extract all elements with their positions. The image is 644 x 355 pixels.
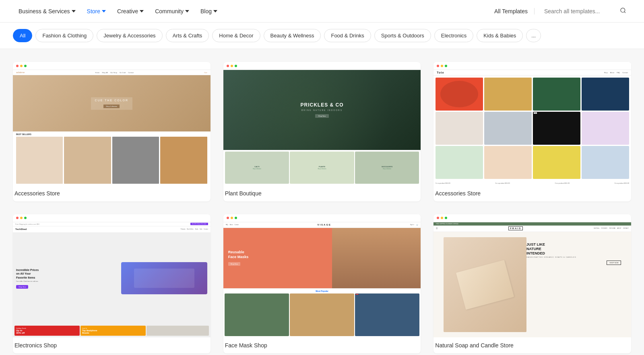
chevron-down-icon [213, 9, 217, 13]
filter-arts[interactable]: Arts & Crafts [166, 29, 209, 42]
top-navigation: Business & Services Store Creative Commu… [0, 0, 644, 23]
nav-item-blog[interactable]: Blog [195, 0, 223, 23]
template-thumbnail-1: adalene Home Shop All Our Story Go Craft… [13, 62, 211, 185]
filter-electronics[interactable]: Electronics [434, 29, 474, 42]
nav-items: Business & Services Store Creative Commu… [13, 0, 494, 23]
template-thumbnail-3: Tote Shop About FAQ Contact [433, 62, 631, 185]
svg-line-1 [624, 12, 625, 13]
template-card-accessories-store-1[interactable]: adalene Home Shop All Our Story Go Craft… [13, 62, 211, 201]
nav-label-creative: Creative [117, 8, 138, 14]
nav-item-store[interactable]: Store [81, 0, 111, 23]
nav-right: All Templates [494, 7, 631, 15]
template-thumbnail-4: Free Shipping for orders over $50 Get 15… [13, 214, 211, 338]
template-card-electronics-shop[interactable]: Free Shipping for orders over $50 Get 15… [13, 214, 211, 354]
nav-label-community: Community [155, 8, 184, 14]
template-card-plant-boutique[interactable]: PRICKLES & CO BRING NATURE INDOORS Shop … [223, 62, 421, 201]
nav-label-store: Store [87, 8, 100, 14]
all-templates-label: All Templates [494, 8, 535, 14]
template-label-3: Accessories Store [433, 185, 631, 201]
template-thumbnail-5: FAQ About Contact VISAGE Sign In ↑ 🛒 Reu… [223, 214, 421, 338]
chevron-down-icon [102, 9, 106, 13]
filter-beauty[interactable]: Beauty & Wellness [264, 29, 321, 42]
templates-grid-container: adalene Home Shop All Our Story Go Craft… [0, 49, 644, 355]
chevron-down-icon [140, 9, 144, 13]
filter-all[interactable]: All [13, 29, 32, 42]
chevron-down-icon [72, 9, 76, 13]
search-bar [539, 7, 631, 15]
filter-home-decor[interactable]: Home & Decor [212, 29, 260, 42]
nav-item-creative[interactable]: Creative [111, 0, 149, 23]
template-label-4: Electronics Shop [13, 337, 211, 353]
filter-kids[interactable]: Kids & Babies [477, 29, 523, 42]
template-thumbnail-6: FREE SHIPPING ON ORDER OVER $50 ☰ FRAIS … [433, 214, 631, 338]
template-label-2: Plant Boutique [223, 185, 421, 201]
search-icon[interactable] [620, 7, 626, 15]
nav-label-blog: Blog [200, 8, 212, 14]
filter-sports[interactable]: Sports & Outdoors [374, 29, 431, 42]
svg-point-0 [621, 8, 625, 12]
template-label-5: Face Mask Shop [223, 337, 421, 353]
template-card-face-mask-shop[interactable]: FAQ About Contact VISAGE Sign In ↑ 🛒 Reu… [223, 214, 421, 354]
filter-more-button[interactable]: ... [526, 29, 541, 42]
filter-fashion[interactable]: Fashion & Clothing [35, 29, 93, 42]
filter-food[interactable]: Food & Drinks [324, 29, 371, 42]
nav-label-business: Business & Services [19, 8, 70, 14]
template-thumbnail-2: PRICKLES & CO BRING NATURE INDOORS Shop … [223, 62, 421, 185]
nav-item-community[interactable]: Community [149, 0, 195, 23]
search-input[interactable] [544, 8, 617, 14]
template-card-natural-soap[interactable]: FREE SHIPPING ON ORDER OVER $50 ☰ FRAIS … [433, 214, 631, 354]
filter-bar: All Fashion & Clothing Jewelry & Accesso… [0, 23, 644, 49]
nav-item-business-services[interactable]: Business & Services [13, 0, 81, 23]
filter-jewelry[interactable]: Jewelry & Accessories [97, 29, 162, 42]
chevron-down-icon [185, 9, 189, 13]
template-label-1: Accessories Store [13, 185, 211, 201]
template-card-accessories-store-2[interactable]: Tote Shop About FAQ Contact [433, 62, 631, 201]
template-label-6: Natural Soap and Candle Store [433, 337, 631, 353]
templates-grid: adalene Home Shop All Our Story Go Craft… [13, 62, 631, 353]
